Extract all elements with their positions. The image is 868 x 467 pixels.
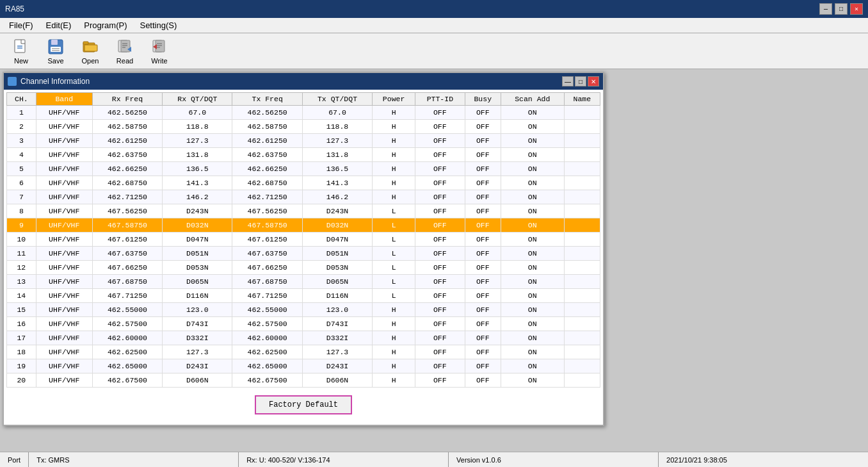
status-datetime: 2021/10/21 9:38:05 [659,452,868,467]
channel-table-body: 1UHF/VHF462.5625067.0462.5625067.0HOFFOF… [7,106,600,388]
table-row[interactable]: 2UHF/VHF462.58750118.8462.58750118.8HOFF… [7,120,600,134]
table-row[interactable]: 17UHF/VHF462.60000D332I462.60000D332IHOF… [7,331,600,345]
new-icon [12,38,30,56]
table-row[interactable]: 18UHF/VHF462.62500127.3462.62500127.3HOF… [7,345,600,359]
new-label: New [14,57,28,65]
table-row[interactable]: 20UHF/VHF462.67500D606N462.67500D606NHOF… [7,373,600,388]
save-label: Save [47,57,63,65]
menu-setting[interactable]: Setting(S) [133,19,183,31]
channel-titlebar: Channel Information — □ ✕ [4,73,603,90]
table-row[interactable]: 14UHF/VHF467.71250D116N467.71250D116NLOF… [7,289,600,303]
factory-default-area: Factory Default [6,388,600,422]
svg-rect-6 [52,48,60,49]
table-row[interactable]: 10UHF/VHF467.61250D047N467.61250D047NLOF… [7,233,600,247]
col-header-name: Name [564,93,600,106]
menu-edit[interactable]: Edit(E) [40,19,78,31]
svg-rect-10 [84,45,97,51]
col-header-band: Band [36,93,92,106]
table-row[interactable]: 13UHF/VHF467.68750D065N467.68750D065NLOF… [7,275,600,289]
menubar: File(F) Edit(E) Program(P) Setting(S) [0,18,868,33]
svg-rect-9 [83,42,88,44]
table-row[interactable]: 4UHF/VHF462.63750131.8462.63750131.8HOFF… [7,148,600,162]
maximize-button[interactable]: □ [835,3,848,15]
write-button[interactable]: Write [143,36,175,67]
col-header-busy: Busy [465,93,501,106]
open-label: Open [82,57,99,65]
status-tx: Tx: GMRS [29,452,239,467]
menu-file[interactable]: File(F) [3,19,40,31]
channel-table: CH. Band Rx Freq Rx QT/DQT Tx Freq Tx QT… [6,92,600,388]
open-button[interactable]: Open [74,36,106,67]
table-scroll-area[interactable]: CH. Band Rx Freq Rx QT/DQT Tx Freq Tx QT… [6,92,600,388]
read-label: Read [117,57,133,65]
svg-rect-4 [51,40,58,45]
minimize-button[interactable]: — [819,3,832,15]
save-icon [47,38,65,56]
channel-window-icon [8,77,17,86]
col-header-scan: Scan Add [501,93,564,106]
channel-controls: — □ ✕ [562,76,599,86]
close-button[interactable]: ✕ [850,3,863,15]
table-row[interactable]: 19UHF/VHF462.65000D243I462.65000D243IHOF… [7,359,600,373]
statusbar: Port Tx: GMRS Rx: U: 400-520/ V:136-174 … [0,452,868,467]
workspace: Channel Information — □ ✕ CH. Band Rx Fr… [0,69,868,452]
table-row[interactable]: 3UHF/VHF462.61250127.3462.61250127.3HOFF… [7,134,600,148]
new-button[interactable]: New [5,36,37,67]
svg-rect-7 [52,50,60,51]
channel-window-title: Channel Information [20,77,90,86]
table-row[interactable]: 15UHF/VHF462.55000123.0462.55000123.0HOF… [7,303,600,317]
menu-program[interactable]: Program(P) [77,19,133,31]
table-row[interactable]: 6UHF/VHF462.68750141.3462.68750141.3HOFF… [7,176,600,190]
col-header-tx-qt: Tx QT/DQT [302,93,372,106]
svg-rect-18 [156,40,165,52]
col-header-rx-qt: Rx QT/DQT [163,93,232,106]
table-row[interactable]: 5UHF/VHF462.66250136.5462.66250136.5HOFF… [7,162,600,176]
factory-default-button[interactable]: Factory Default [255,395,352,414]
status-version: Version v1.0.6 [449,452,659,467]
write-icon [150,38,168,56]
status-port: Port [0,452,29,467]
col-header-tx-freq: Tx Freq [232,93,302,106]
write-label: Write [151,57,167,65]
col-header-rx-freq: Rx Freq [92,93,162,106]
channel-maximize-button[interactable]: □ [575,76,586,86]
svg-rect-5 [51,47,61,52]
app-title: RA85 [5,4,24,13]
channel-table-container: CH. Band Rx Freq Rx QT/DQT Tx Freq Tx QT… [4,90,603,425]
col-header-ch: CH. [7,93,36,106]
table-row[interactable]: 9UHF/VHF467.58750D032N467.58750D032NLOFF… [7,218,600,233]
read-button[interactable]: Read [109,36,141,67]
col-header-ptt: PTT-ID [415,93,465,106]
channel-minimize-button[interactable]: — [562,76,574,86]
table-row[interactable]: 11UHF/VHF467.63750D051N467.63750D051NLOF… [7,247,600,261]
table-row[interactable]: 8UHF/VHF467.56250D243N467.56250D243NLOFF… [7,204,600,218]
channel-close-button[interactable]: ✕ [588,76,599,86]
save-button[interactable]: Save [40,36,72,67]
read-icon [116,38,134,56]
table-row[interactable]: 12UHF/VHF467.66250D053N467.66250D053NLOF… [7,261,600,275]
table-row[interactable]: 7UHF/VHF462.71250146.2462.71250146.2HOFF… [7,190,600,204]
table-row[interactable]: 1UHF/VHF462.5625067.0462.5625067.0HOFFOF… [7,106,600,120]
titlebar-controls: — □ ✕ [819,3,863,15]
svg-rect-12 [121,40,130,52]
titlebar: RA85 — □ ✕ [0,0,868,18]
toolbar: New Save Open [0,33,868,69]
status-rx: Rx: U: 400-520/ V:136-174 [239,452,449,467]
col-header-power: Power [373,93,415,106]
open-icon [81,38,99,56]
table-row[interactable]: 16UHF/VHF462.57500D743I462.57500D743IHOF… [7,317,600,331]
channel-window: Channel Information — □ ✕ CH. Band Rx Fr… [3,72,604,426]
